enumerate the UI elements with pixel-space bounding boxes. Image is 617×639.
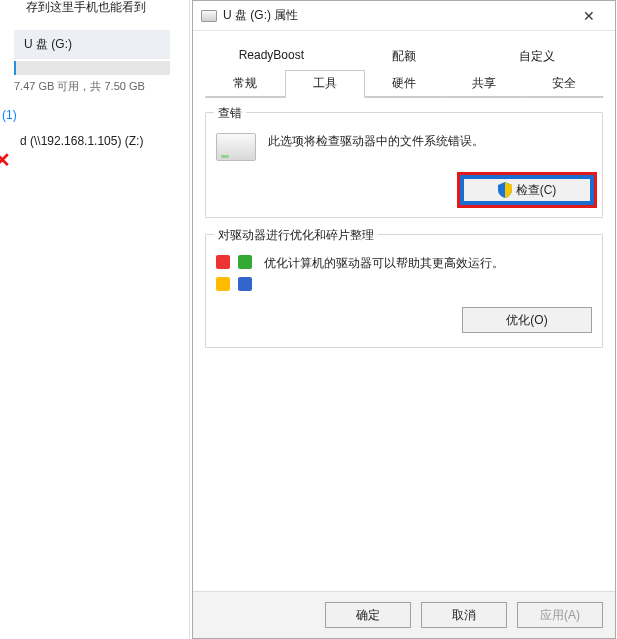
tab-security[interactable]: 安全 bbox=[523, 70, 604, 97]
cancel-button[interactable]: 取消 bbox=[421, 602, 507, 628]
close-icon: ✕ bbox=[583, 8, 595, 24]
drive-caption: 7.47 GB 可用，共 7.50 GB bbox=[14, 79, 189, 94]
tab-readyboost[interactable]: ReadyBoost bbox=[205, 43, 338, 70]
disconnected-icon: ✕ bbox=[0, 150, 14, 170]
defrag-desc: 优化计算机的驱动器可以帮助其更高效运行。 bbox=[264, 253, 592, 272]
check-button-label: 检查(C) bbox=[516, 182, 557, 199]
ok-button[interactable]: 确定 bbox=[325, 602, 411, 628]
drive-capacity-bar bbox=[14, 61, 170, 75]
properties-dialog: U 盘 (G:) 属性 ✕ ReadyBoost 配额 自定义 常规 工具 硬件… bbox=[192, 0, 616, 639]
tab-body: 查错 此选项将检查驱动器中的文件系统错误。 检查(C) 对驱动器进行优化和碎片整… bbox=[193, 98, 615, 591]
tab-general[interactable]: 常规 bbox=[205, 70, 286, 97]
group-defrag: 对驱动器进行优化和碎片整理 优化计算机的驱动器可以帮助其更高效运行。 优化(O) bbox=[205, 234, 603, 348]
titlebar: U 盘 (G:) 属性 ✕ bbox=[193, 1, 615, 31]
tab-hardware[interactable]: 硬件 bbox=[364, 70, 445, 97]
explorer-hint: 存到这里手机也能看到 bbox=[0, 0, 189, 16]
dialog-footer: 确定 取消 应用(A) bbox=[193, 591, 615, 638]
tab-tools[interactable]: 工具 bbox=[285, 70, 366, 98]
apply-button[interactable]: 应用(A) bbox=[517, 602, 603, 628]
tab-quota[interactable]: 配额 bbox=[338, 43, 471, 70]
tab-customize[interactable]: 自定义 bbox=[470, 43, 603, 70]
group-defrag-title: 对驱动器进行优化和碎片整理 bbox=[214, 227, 378, 244]
tabs: ReadyBoost 配额 自定义 常规 工具 硬件 共享 安全 bbox=[193, 31, 615, 98]
error-check-desc: 此选项将检查驱动器中的文件系统错误。 bbox=[268, 131, 592, 150]
group-error-check-title: 查错 bbox=[214, 105, 246, 122]
drive-large-icon bbox=[216, 133, 256, 161]
drive-label: U 盘 (G:) bbox=[14, 30, 170, 59]
tab-row-lower: 常规 工具 硬件 共享 安全 bbox=[205, 70, 603, 98]
drive-item[interactable]: U 盘 (G:) bbox=[14, 30, 179, 75]
tab-row-upper: ReadyBoost 配额 自定义 bbox=[205, 43, 603, 70]
defrag-icon bbox=[216, 255, 252, 291]
close-button[interactable]: ✕ bbox=[569, 2, 609, 30]
optimize-button-label: 优化(O) bbox=[506, 312, 547, 329]
dialog-title: U 盘 (G:) 属性 bbox=[223, 7, 569, 24]
optimize-button[interactable]: 优化(O) bbox=[462, 307, 592, 333]
network-drive-item[interactable]: d (\\192.168.1.105) (Z:) bbox=[20, 134, 189, 148]
section-count: (1) bbox=[2, 108, 189, 122]
check-button[interactable]: 检查(C) bbox=[462, 177, 592, 203]
explorer-fragment: 存到这里手机也能看到 U 盘 (G:) 7.47 GB 可用，共 7.50 GB… bbox=[0, 0, 190, 639]
tab-sharing[interactable]: 共享 bbox=[444, 70, 525, 97]
group-error-check: 查错 此选项将检查驱动器中的文件系统错误。 检查(C) bbox=[205, 112, 603, 218]
drive-icon bbox=[201, 10, 217, 22]
shield-icon bbox=[498, 182, 512, 198]
